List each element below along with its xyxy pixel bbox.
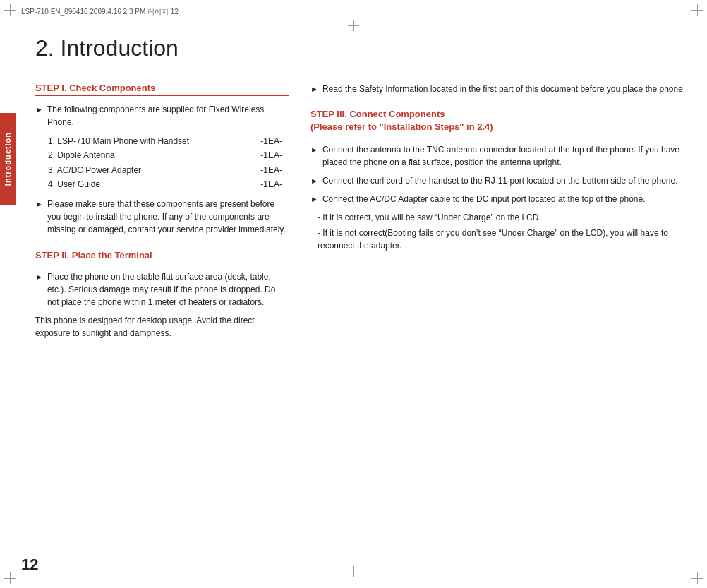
- sidebar-tab: Introduction: [0, 113, 16, 205]
- step3-heading-line2: (Please refer to "Installation Steps" in…: [310, 121, 686, 133]
- step1-heading: STEP I. Check Components: [35, 83, 289, 96]
- arrow-icon-5: ►: [310, 144, 318, 169]
- component-qty-1: -1EA-: [247, 134, 282, 148]
- step1-bullet1-text: The following components are supplied fo…: [47, 103, 289, 128]
- arrow-icon-1: ►: [35, 104, 43, 128]
- step1-section: STEP I. Check Components ► The following…: [35, 83, 289, 236]
- main-content: 2. Introduction STEP I. Check Components…: [21, 28, 686, 560]
- step1-bullet1: ► The following components are supplied …: [35, 103, 289, 128]
- crosshair-bottom-left: [4, 572, 16, 584]
- step3-bullet4: ► Connect the AC/DC Adapter cable to the…: [310, 193, 686, 205]
- step3-bullet2: ► Connect the antenna to the TNC antenna…: [310, 143, 686, 169]
- arrow-icon-6: ►: [310, 175, 318, 187]
- component-qty-2: -1EA-: [247, 148, 282, 162]
- component-row-2: 2. Dipole Antenna -1EA-: [48, 148, 289, 162]
- step2-bullet1: ► Place the phone on the stable flat sur…: [35, 270, 289, 308]
- step1-bullet2: ► Please make sure that these components…: [35, 198, 289, 236]
- component-row-3: 3. AC/DC Power Adapter -1EA-: [48, 163, 289, 177]
- step1-bullet2-text: Please make sure that these components a…: [47, 198, 289, 236]
- arrow-icon-2: ►: [35, 198, 43, 236]
- component-qty-3: -1EA-: [247, 163, 282, 177]
- page: LSP-710 EN_090416 2009.4.16 2:3 PM 페이지 1…: [0, 0, 707, 588]
- arrow-icon-4: ►: [310, 83, 318, 95]
- arrow-icon-7: ►: [310, 193, 318, 205]
- component-row-4: 4. User Guide -1EA-: [48, 177, 289, 191]
- step3-heading: STEP III. Connect Components (Please ref…: [310, 108, 686, 136]
- step3-sub2: - If it is not correct(Booting fails or …: [310, 227, 686, 252]
- step3-bullet3-text: Connect the curl cord of the handset to …: [322, 174, 686, 187]
- step3-section: STEP III. Connect Components (Please ref…: [310, 108, 686, 252]
- columns: STEP I. Check Components ► The following…: [35, 83, 686, 354]
- crosshair-bottom-center: [348, 566, 359, 577]
- component-list: 1. LSP-710 Main Phone with Handset -1EA-…: [48, 134, 289, 192]
- crosshair-bottom-right: [691, 572, 703, 584]
- step3-bullet1: ► Read the Safety Information located in…: [310, 83, 686, 95]
- crosshair-top-right: [691, 4, 703, 16]
- sidebar-label: Introduction: [4, 132, 12, 186]
- step3-bullet4-text: Connect the AC/DC Adapter cable to the D…: [322, 193, 686, 205]
- right-column: ► Read the Safety Information located in…: [310, 83, 686, 354]
- step3-bullet1-text: Read the Safety Information located in t…: [322, 83, 686, 95]
- component-name-1: 1. LSP-710 Main Phone with Handset: [48, 134, 247, 148]
- page-title: 2. Introduction: [35, 35, 686, 61]
- component-row-1: 1. LSP-710 Main Phone with Handset -1EA-: [48, 134, 289, 148]
- component-name-3: 3. AC/DC Power Adapter: [48, 163, 247, 177]
- page-number: 12: [21, 556, 38, 574]
- step3-bullet2-text: Connect the antenna to the TNC antenna c…: [322, 143, 686, 169]
- step2-bullet1-text: Place the phone on the stable flat surfa…: [47, 270, 289, 308]
- header-text: LSP-710 EN_090416 2009.4.16 2:3 PM 페이지 1…: [21, 7, 179, 17]
- left-column: STEP I. Check Components ► The following…: [35, 83, 289, 354]
- component-name-2: 2. Dipole Antenna: [48, 148, 247, 162]
- step2-heading: STEP II. Place the Terminal: [35, 250, 289, 263]
- arrow-icon-3: ►: [35, 271, 43, 308]
- step3-sub1: - If it is correct, you will be saw “Und…: [310, 211, 686, 224]
- step2-note: This phone is designed for desktop usage…: [35, 314, 289, 340]
- step2-section: STEP II. Place the Terminal ► Place the …: [35, 250, 289, 340]
- crosshair-top-left: [4, 4, 16, 16]
- step3-bullet3: ► Connect the curl cord of the handset t…: [310, 174, 686, 187]
- component-qty-4: -1EA-: [247, 177, 282, 191]
- component-name-4: 4. User Guide: [48, 177, 247, 191]
- header-bar: LSP-710 EN_090416 2009.4.16 2:3 PM 페이지 1…: [21, 7, 686, 20]
- step3-heading-line1: STEP III. Connect Components: [310, 108, 686, 121]
